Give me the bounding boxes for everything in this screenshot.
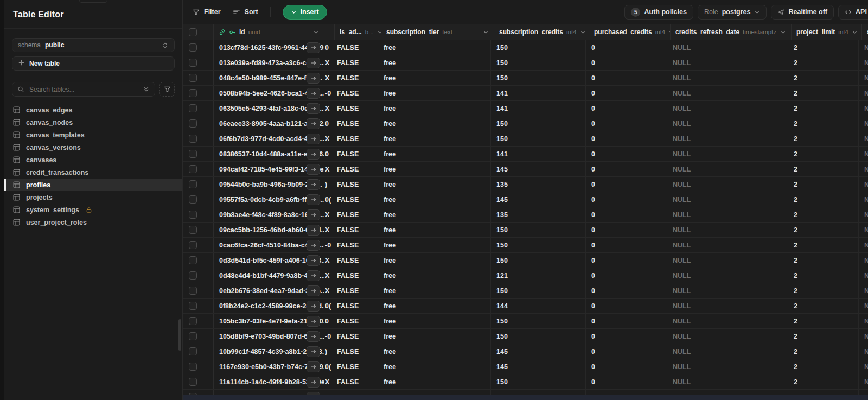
realtime-toggle-button[interactable]: Realtime off bbox=[771, 5, 834, 20]
cell-subscription_credits[interactable]: 150 bbox=[491, 238, 586, 252]
cell-id[interactable]: 11a114cb-1a4c-49f4-9b28-52219ec... bbox=[214, 374, 324, 389]
cell-is_admin[interactable]: FALSE bbox=[331, 147, 378, 161]
cell-purchased_credits[interactable]: 0 bbox=[586, 55, 667, 70]
cell-id[interactable]: 09557f5a-0dcb-4cb9-a6fb-fff366... bbox=[214, 192, 324, 207]
cell-purchased_credits[interactable]: 0 bbox=[586, 268, 667, 283]
cell-project_limit[interactable]: 2 bbox=[788, 314, 859, 328]
cell-is_admin[interactable]: FALSE bbox=[331, 207, 378, 222]
cell-clip[interactable]: -0 bbox=[324, 329, 331, 344]
expand-row-button[interactable] bbox=[307, 270, 320, 281]
cell-subscription_credits[interactable]: 141 bbox=[491, 86, 586, 100]
sidebar-item-canvases[interactable]: canvases bbox=[4, 154, 182, 166]
cell-is_admin[interactable]: FALSE bbox=[331, 162, 378, 176]
cell-purchased_credits[interactable]: 0 bbox=[586, 86, 667, 100]
column-header-subscription_credits[interactable]: subscription_creditsint4 bbox=[494, 24, 589, 40]
cell-su[interactable]: NULL bbox=[859, 40, 868, 55]
filter-tables-button[interactable] bbox=[159, 82, 175, 97]
cell-id[interactable]: 09cac5bb-1256-46bd-ab60-64ed... bbox=[214, 223, 324, 237]
cell-project_limit[interactable]: 2 bbox=[788, 192, 859, 207]
expand-row-button[interactable] bbox=[307, 301, 320, 312]
cell-credits_refresh_date[interactable]: NULL bbox=[667, 329, 788, 344]
cell-subscription_tier[interactable]: free bbox=[378, 344, 491, 359]
cell-credits_refresh_date[interactable]: NULL bbox=[667, 359, 788, 374]
cell-subscription_tier[interactable]: free bbox=[378, 116, 491, 131]
cell-project_limit[interactable]: 2 bbox=[788, 359, 859, 374]
cell-is_admin[interactable]: FALSE bbox=[331, 268, 378, 283]
cell-is_admin[interactable]: FALSE bbox=[331, 223, 378, 237]
row-checkbox[interactable] bbox=[189, 302, 197, 310]
cell-credits_refresh_date[interactable]: NULL bbox=[667, 283, 788, 298]
cell-subscription_credits[interactable]: 135 bbox=[491, 177, 586, 192]
expand-row-button[interactable] bbox=[307, 118, 320, 129]
cell-subscription_tier[interactable]: free bbox=[378, 71, 491, 85]
cell-purchased_credits[interactable]: 0 bbox=[586, 71, 667, 85]
row-checkbox[interactable] bbox=[189, 241, 197, 249]
cell-su[interactable]: NULL bbox=[859, 101, 868, 116]
cell-clip[interactable]: X bbox=[324, 283, 331, 298]
cell-id[interactable]: 06f6b7d3-977d-4cd0-acd4-4a78... bbox=[214, 131, 324, 146]
cell-clip[interactable]: X bbox=[324, 162, 331, 176]
cell-id[interactable]: 09544b0c-ba9b-496a-9b09-244... bbox=[214, 177, 324, 192]
cell-purchased_credits[interactable]: 0 bbox=[586, 40, 667, 55]
cell-is_admin[interactable]: FALSE bbox=[331, 192, 378, 207]
expand-row-button[interactable] bbox=[307, 149, 320, 160]
column-header-purchased_credits[interactable]: purchased_creditsint4 bbox=[589, 24, 671, 40]
cell-purchased_credits[interactable]: 0 bbox=[586, 344, 667, 359]
cell-clip[interactable]: 0( bbox=[324, 359, 331, 374]
cell-id[interactable]: 013cf78d-1625-43fc-9961-442189... bbox=[214, 40, 324, 55]
cell-clip[interactable]: -0 bbox=[324, 86, 331, 100]
cell-subscription_credits[interactable]: 121 bbox=[491, 268, 586, 283]
cell-su[interactable]: NULL bbox=[859, 207, 868, 222]
cell-su[interactable]: NULL bbox=[859, 177, 868, 192]
cell-clip[interactable]: 0 bbox=[324, 40, 331, 55]
cell-subscription_credits[interactable]: 150 bbox=[491, 314, 586, 328]
cell-project_limit[interactable]: 2 bbox=[788, 238, 859, 252]
cell-subscription_credits[interactable]: 135 bbox=[491, 207, 586, 222]
cell-id[interactable]: 0d48e4d4-b1bf-4479-9a8b-4a4b... bbox=[214, 268, 324, 283]
sidebar-item-canvas_nodes[interactable]: canvas_nodes bbox=[4, 116, 182, 129]
expand-row-button[interactable] bbox=[307, 179, 320, 190]
expand-row-button[interactable] bbox=[307, 134, 320, 144]
row-checkbox[interactable] bbox=[189, 195, 197, 204]
cell-purchased_credits[interactable]: 0 bbox=[586, 283, 667, 298]
cell-id[interactable]: 0eb2b676-38ed-4ea7-9dad-38e6... bbox=[214, 283, 324, 298]
cell-purchased_credits[interactable]: 0 bbox=[586, 253, 667, 268]
expand-row-button[interactable] bbox=[307, 58, 320, 68]
row-checkbox[interactable] bbox=[189, 287, 197, 295]
cell-is_admin[interactable]: FALSE bbox=[331, 299, 378, 313]
row-checkbox[interactable] bbox=[189, 135, 197, 143]
row-checkbox[interactable] bbox=[189, 89, 197, 97]
expand-row-button[interactable] bbox=[307, 377, 320, 388]
cell-project_limit[interactable]: 2 bbox=[788, 329, 859, 344]
cell-id[interactable]: 105d8bf9-e703-49bd-807d-645e... bbox=[214, 329, 324, 344]
cell-su[interactable]: NULL bbox=[859, 55, 868, 70]
cell-purchased_credits[interactable]: 0 bbox=[586, 329, 667, 344]
cell-subscription_credits[interactable]: 150 bbox=[491, 71, 586, 85]
cell-clip[interactable]: 0( bbox=[324, 192, 331, 207]
expand-row-button[interactable] bbox=[307, 209, 320, 220]
cell-id[interactable]: 0d3d541d-bf5c-459f-a406-16b93... bbox=[214, 253, 324, 268]
cell-su[interactable]: NULL bbox=[859, 268, 868, 283]
cell-id[interactable]: 06eaee33-8905-4aaa-b121-ab552... bbox=[214, 116, 324, 131]
row-checkbox[interactable] bbox=[189, 317, 197, 325]
cell-subscription_credits[interactable]: 150 bbox=[491, 131, 586, 146]
cell-su[interactable]: NULL bbox=[859, 192, 868, 207]
cell-id[interactable]: 10b99c1f-4857-4c39-a8b1-263b8... bbox=[214, 344, 324, 359]
cell-subscription_credits[interactable]: 150 bbox=[491, 374, 586, 389]
schema-select[interactable]: schema public bbox=[12, 38, 175, 52]
cell-is_admin[interactable]: FALSE bbox=[331, 283, 378, 298]
cell-is_admin[interactable]: FALSE bbox=[331, 329, 378, 344]
cell-credits_refresh_date[interactable]: NULL bbox=[667, 162, 788, 176]
sidebar-item-canvas_versions[interactable]: canvas_versions bbox=[4, 141, 182, 154]
cell-subscription_tier[interactable]: free bbox=[378, 253, 491, 268]
row-checkbox[interactable] bbox=[189, 378, 197, 386]
column-header-project_limit[interactable]: project_limitint4 bbox=[792, 24, 862, 40]
cell-id[interactable]: 0cac6fca-26cf-4510-84ba-c4580... bbox=[214, 238, 324, 252]
cell-id[interactable]: 0508b94b-5ee2-4626-bca1-4bca... bbox=[214, 86, 324, 100]
cell-subscription_tier[interactable]: free bbox=[378, 238, 491, 252]
cell-is_admin[interactable]: FALSE bbox=[331, 101, 378, 116]
cell-id[interactable]: 048c4e50-b989-455e-847e-fb2f... bbox=[214, 71, 324, 85]
sidebar-item-canvas_templates[interactable]: canvas_templates bbox=[4, 129, 182, 141]
cell-subscription_credits[interactable]: 141 bbox=[491, 101, 586, 116]
row-checkbox[interactable] bbox=[189, 180, 197, 188]
